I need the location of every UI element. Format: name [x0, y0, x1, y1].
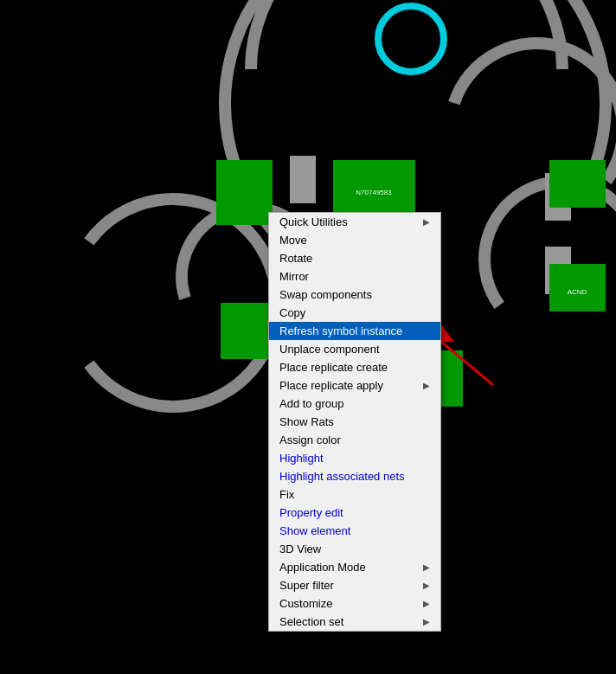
menu-item-rotate[interactable]: Rotate	[269, 249, 440, 267]
submenu-arrow-icon: ▶	[423, 381, 430, 390]
menu-item-3d-view[interactable]: 3D View	[269, 540, 440, 558]
submenu-arrow-icon: ▶	[423, 581, 430, 590]
context-menu: Quick Utilities▶MoveRotateMirrorSwap com…	[268, 212, 441, 632]
submenu-arrow-icon: ▶	[423, 599, 430, 608]
menu-item-place-replicate-create[interactable]: Place replicate create	[269, 358, 440, 376]
menu-item-application-mode[interactable]: Application Mode▶	[269, 558, 440, 576]
menu-item-highlight-associated-nets[interactable]: Highlight associated nets	[269, 467, 440, 485]
submenu-arrow-icon: ▶	[423, 217, 430, 227]
menu-item-assign-color[interactable]: Assign color	[269, 431, 440, 449]
menu-item-add-to-group[interactable]: Add to group	[269, 395, 440, 413]
menu-item-property-edit[interactable]: Property edit	[269, 504, 440, 522]
menu-item-quick-utilities[interactable]: Quick Utilities▶	[269, 213, 440, 231]
menu-item-mirror[interactable]: Mirror	[269, 267, 440, 286]
menu-item-super-filter[interactable]: Super filter▶	[269, 576, 440, 594]
menu-item-move[interactable]: Move	[269, 231, 440, 249]
menu-item-place-replicate-apply[interactable]: Place replicate apply▶	[269, 376, 440, 395]
menu-item-fix[interactable]: Fix	[269, 485, 440, 504]
menu-item-swap-components[interactable]: Swap components	[269, 286, 440, 304]
menu-item-highlight[interactable]: Highlight	[269, 449, 440, 467]
menu-item-customize[interactable]: Customize▶	[269, 594, 440, 613]
menu-item-unplace-component[interactable]: Unplace component	[269, 340, 440, 358]
menu-item-refresh-symbol[interactable]: Refresh symbol instance	[269, 322, 440, 340]
menu-item-show-rats[interactable]: Show Rats	[269, 413, 440, 431]
submenu-arrow-icon: ▶	[423, 562, 430, 572]
menu-item-selection-set[interactable]: Selection set▶	[269, 613, 440, 631]
menu-item-show-element[interactable]: Show element	[269, 522, 440, 540]
menu-item-copy[interactable]: Copy	[269, 304, 440, 322]
submenu-arrow-icon: ▶	[423, 617, 430, 626]
